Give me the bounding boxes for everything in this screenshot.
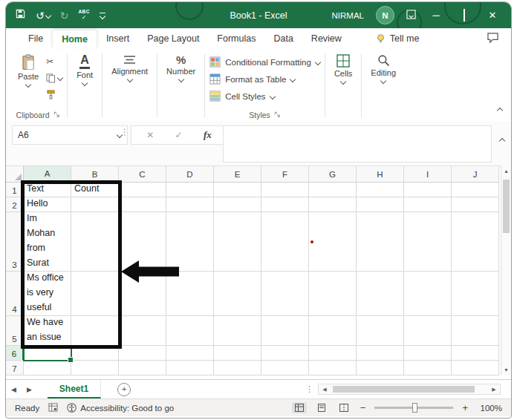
accessibility-status-button[interactable]: Accessibility: Good to go [67, 403, 174, 413]
column-header-H[interactable]: H [357, 166, 404, 183]
row-header-7[interactable]: 7 [6, 361, 24, 375]
collapse-ribbon-button[interactable] [498, 102, 502, 116]
cut-button[interactable]: ✂ [46, 56, 62, 68]
user-name[interactable]: NIRMAL [332, 11, 364, 20]
annotation-rectangle [21, 180, 122, 349]
sheet-nav-right-icon[interactable]: ▶ [22, 386, 37, 393]
tab-file[interactable]: File [19, 30, 52, 47]
format-as-table-button[interactable]: Format as Table [209, 72, 320, 86]
normal-view-button[interactable] [292, 402, 307, 413]
horizontal-scroll-thumb[interactable] [333, 386, 475, 393]
tab-review[interactable]: Review [302, 30, 351, 47]
zoom-in-button[interactable]: + [461, 403, 469, 413]
horizontal-scroll-track[interactable] [331, 384, 488, 394]
format-painter-button[interactable] [46, 88, 62, 100]
empty-cells-row-7[interactable] [119, 361, 499, 375]
font-button[interactable]: A Font [72, 51, 97, 87]
column-header-I[interactable]: I [404, 166, 452, 183]
column-header-F[interactable]: F [261, 166, 309, 183]
tab-page-layout[interactable]: Page Layout [138, 30, 208, 47]
macro-record-button[interactable] [48, 403, 58, 413]
enter-button[interactable]: ✓ [175, 130, 183, 140]
scissors-icon: ✂ [46, 56, 53, 67]
clipboard-dialog-launcher[interactable] [53, 111, 60, 119]
maximize-icon [464, 9, 465, 22]
cell-styles-button[interactable]: Cell Styles [209, 89, 320, 103]
cell-B7[interactable] [71, 361, 119, 375]
annotation-arrow [121, 259, 179, 284]
avatar[interactable]: N [376, 6, 394, 24]
scroll-right-button[interactable]: ▶ [488, 387, 500, 393]
page-break-view-button[interactable] [336, 402, 351, 413]
sheet-nav-left-icon[interactable]: ◀ [6, 386, 22, 393]
cell-A7[interactable] [24, 361, 71, 375]
horizontal-scrollbar[interactable]: ◀ ▶ [318, 384, 501, 395]
column-header-G[interactable]: G [309, 166, 357, 183]
maximize-button[interactable] [456, 10, 472, 20]
copy-button[interactable] [46, 72, 62, 84]
close-button[interactable]: ✕ [484, 10, 501, 20]
minimize-button[interactable]: ─ [428, 10, 444, 20]
expand-formula-bar-button[interactable] [500, 133, 504, 146]
editing-button[interactable]: Editing [366, 51, 400, 85]
scroll-down-button[interactable]: ▼ [501, 364, 511, 375]
empty-cells-row-6[interactable] [119, 346, 499, 360]
empty-cells-row-2[interactable] [119, 197, 499, 211]
styles-group-footer: Styles [209, 108, 320, 121]
sheet-tab-sheet1[interactable]: Sheet1 [48, 380, 101, 398]
save-button[interactable] [15, 8, 26, 22]
tab-data[interactable]: Data [264, 30, 302, 47]
new-sheet-button[interactable]: + [117, 383, 131, 396]
ribbon-display-options-button[interactable] [406, 9, 416, 22]
formula-input[interactable] [223, 125, 492, 163]
cells-button[interactable]: Cells [330, 51, 357, 85]
styles-dialog-launcher[interactable] [274, 111, 281, 119]
ribbon-display-options-icon [406, 10, 416, 19]
alignment-button[interactable]: Alignment [107, 51, 152, 83]
redo-button[interactable]: ↻ [60, 10, 69, 21]
chevron-down-icon [25, 82, 31, 88]
tell-me-button[interactable]: Tell me [370, 30, 426, 47]
name-box[interactable]: A6 [12, 125, 128, 145]
vertical-scrollbar[interactable]: ▲ ▼ [501, 165, 511, 375]
tab-insert[interactable]: Insert [97, 30, 138, 47]
conditional-formatting-button[interactable]: Conditional Formatting [209, 55, 320, 69]
formula-bar-splitter[interactable]: ⋮ [120, 127, 129, 137]
zoom-level[interactable]: 100% [477, 404, 502, 413]
vertical-scroll-thumb[interactable] [503, 180, 510, 233]
spelling-button[interactable]: ABC ✓ [78, 10, 89, 22]
clipboard-group-label: Clipboard [16, 111, 50, 119]
clipboard-small-buttons: ✂ [46, 51, 62, 100]
zoom-slider-thumb[interactable] [412, 403, 417, 413]
chevron-down-icon [290, 76, 296, 82]
empty-cells-row-1[interactable] [119, 183, 499, 197]
zoom-out-button[interactable]: − [359, 403, 368, 413]
number-button[interactable]: % Number [162, 51, 200, 83]
undo-icon: ↺ [36, 10, 45, 21]
column-header-J[interactable]: J [452, 166, 499, 183]
comments-button[interactable] [487, 32, 499, 46]
cells-label: Cells [334, 69, 352, 78]
column-header-D[interactable]: D [166, 166, 214, 183]
page-layout-view-button[interactable] [314, 402, 329, 413]
insert-function-button[interactable]: fx [204, 129, 212, 141]
tab-formulas[interactable]: Formulas [208, 30, 264, 47]
scroll-up-button[interactable]: ▲ [501, 165, 511, 177]
paste-button[interactable]: Paste [13, 51, 43, 88]
conditional-formatting-icon [209, 56, 221, 68]
undo-button[interactable]: ↺ [36, 10, 51, 21]
empty-cells-row-5[interactable] [119, 316, 499, 345]
zoom-slider[interactable] [374, 407, 453, 409]
normal-view-icon [295, 404, 304, 412]
cancel-button[interactable]: ✕ [146, 130, 154, 140]
scroll-left-button[interactable]: ◀ [319, 387, 331, 393]
column-header-C[interactable]: C [119, 166, 166, 183]
chevron-down-icon [126, 76, 132, 82]
tab-scroll-splitter[interactable]: ⋮ [301, 384, 318, 394]
fill-handle[interactable] [68, 357, 74, 363]
tab-home[interactable]: Home [52, 30, 97, 48]
accessibility-icon [67, 403, 77, 413]
column-header-E[interactable]: E [214, 166, 261, 183]
chevron-down-icon [340, 79, 346, 85]
customize-qat-button[interactable] [100, 13, 105, 19]
